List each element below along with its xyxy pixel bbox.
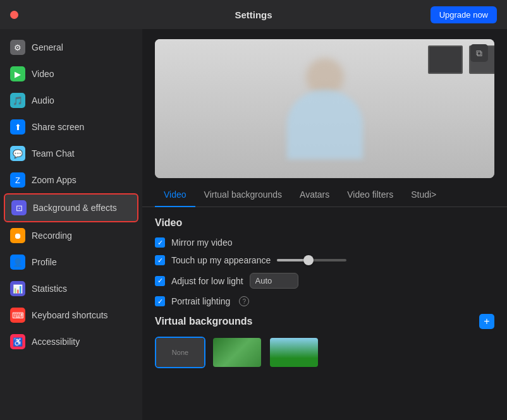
- virtual-backgrounds-thumbnails: None: [155, 337, 494, 368]
- profile-icon: 👤: [10, 255, 25, 270]
- check-icon-4: ✓: [157, 297, 163, 306]
- settings-panel: Video ✓ Mirror my video ✓ Touch up my ap…: [142, 207, 507, 420]
- virtual-backgrounds-header: Virtual backgrounds +: [155, 314, 494, 329]
- main-layout: ⚙General▶Video🎵Audio⬆Share screen💬Team C…: [0, 29, 507, 420]
- touchup-row: ✓ Touch up my appearance: [155, 255, 494, 265]
- touchup-slider[interactable]: [277, 259, 346, 261]
- portrait-lighting-label: Portrait lighting: [171, 296, 230, 306]
- touchup-label: Touch up my appearance: [171, 255, 271, 265]
- sidebar-item-audio[interactable]: 🎵Audio: [0, 87, 142, 114]
- mirror-video-row: ✓ Mirror my video: [155, 237, 494, 248]
- tab-virtual-backgrounds[interactable]: Virtual backgrounds: [195, 183, 291, 207]
- video-icon: ▶: [10, 66, 25, 81]
- sidebar-item-label-video: Video: [32, 69, 54, 79]
- lowlight-checkbox[interactable]: ✓: [155, 276, 165, 286]
- content-tabs: Video Virtual backgrounds Avatars Video …: [142, 183, 507, 207]
- vbg-thumb-none[interactable]: None: [155, 337, 205, 368]
- virtual-backgrounds-title: Virtual backgrounds: [155, 316, 252, 327]
- sidebar-item-label-statistics: Statistics: [32, 284, 67, 294]
- team-chat-icon: 💬: [10, 146, 25, 161]
- window-title: Settings: [235, 9, 272, 20]
- vbg-thumb-2-img: [270, 338, 318, 367]
- share-screen-icon: ⬆: [10, 119, 25, 135]
- recording-icon: ⏺: [10, 228, 25, 243]
- vbg-thumb-1-img: [213, 338, 261, 367]
- video-preview: ⧉: [155, 39, 494, 178]
- sidebar-item-accessibility[interactable]: ♿Accessibility: [0, 328, 142, 355]
- video-preview-inner: ⧉: [155, 39, 494, 178]
- close-button[interactable]: [10, 11, 18, 19]
- person-body: [287, 90, 363, 159]
- check-icon-2: ✓: [157, 256, 163, 265]
- vbg-thumb-2[interactable]: [269, 337, 319, 368]
- sidebar-item-general[interactable]: ⚙General: [0, 34, 142, 61]
- accessibility-icon: ♿: [10, 334, 25, 349]
- sidebar-item-statistics[interactable]: 📊Statistics: [0, 275, 142, 302]
- zoom-apps-icon: Z: [10, 172, 25, 188]
- lowlight-select-wrapper: Auto Manual Off: [250, 273, 298, 289]
- sidebar-item-zoom-apps[interactable]: ZZoom Apps: [0, 167, 142, 193]
- sidebar-item-recording[interactable]: ⏺Recording: [0, 222, 142, 249]
- portrait-help-icon[interactable]: ?: [239, 296, 249, 306]
- video-section-title: Video: [155, 217, 494, 229]
- sidebar-item-profile[interactable]: 👤Profile: [0, 249, 142, 275]
- audio-icon: 🎵: [10, 93, 25, 108]
- upgrade-button[interactable]: Upgrade now: [431, 6, 497, 23]
- vbg-thumb-1[interactable]: [212, 337, 262, 368]
- lowlight-label: Adjust for low light: [171, 276, 243, 286]
- picture-frame-1: [428, 45, 463, 74]
- sidebar-item-label-zoom-apps: Zoom Apps: [32, 175, 76, 185]
- sidebar-item-label-keyboard-shortcuts: Keyboard shortcuts: [32, 310, 108, 320]
- check-icon: ✓: [157, 239, 163, 247]
- sidebar: ⚙General▶Video🎵Audio⬆Share screen💬Team C…: [0, 29, 142, 420]
- window-controls: [10, 11, 18, 19]
- sidebar-item-label-accessibility: Accessibility: [32, 337, 80, 347]
- sidebar-item-share-screen[interactable]: ⬆Share screen: [0, 114, 142, 140]
- sidebar-item-keyboard-shortcuts[interactable]: ⌨Keyboard shortcuts: [0, 302, 142, 328]
- sidebar-item-label-team-chat: Team Chat: [32, 148, 75, 159]
- tab-video[interactable]: Video: [155, 183, 195, 207]
- tab-avatars[interactable]: Avatars: [291, 183, 338, 207]
- background-effects-icon: ⊡: [11, 200, 27, 215]
- mirror-video-label: Mirror my video: [171, 237, 232, 248]
- sidebar-item-label-share-screen: Share screen: [32, 122, 84, 132]
- tab-studio[interactable]: Studi>: [402, 183, 445, 207]
- touchup-checkbox[interactable]: ✓: [155, 255, 165, 265]
- person-silhouette: [287, 58, 363, 159]
- lowlight-select[interactable]: Auto Manual Off: [250, 273, 298, 289]
- add-virtual-background-button[interactable]: +: [479, 314, 494, 329]
- sidebar-item-label-profile: Profile: [32, 257, 57, 267]
- check-icon-3: ✓: [157, 277, 163, 285]
- tab-video-filters[interactable]: Video filters: [338, 183, 402, 207]
- mirror-video-checkbox[interactable]: ✓: [155, 237, 165, 248]
- keyboard-shortcuts-icon: ⌨: [10, 308, 25, 323]
- sidebar-item-background-effects[interactable]: ⊡Background & effects: [4, 193, 138, 222]
- fullscreen-icon[interactable]: ⧉: [470, 44, 488, 62]
- portrait-lighting-row: ✓ Portrait lighting ?: [155, 296, 494, 306]
- general-icon: ⚙: [10, 40, 25, 55]
- content-panel: ⧉ Video Virtual backgrounds Avatars Vide…: [142, 29, 507, 420]
- sidebar-item-label-audio: Audio: [32, 95, 54, 105]
- sidebar-item-video[interactable]: ▶Video: [0, 61, 142, 87]
- sidebar-item-label-recording: Recording: [32, 231, 72, 241]
- sidebar-item-team-chat[interactable]: 💬Team Chat: [0, 140, 142, 167]
- sidebar-item-label-background-effects: Background & effects: [33, 203, 117, 213]
- sidebar-item-label-general: General: [32, 42, 63, 52]
- lowlight-row: ✓ Adjust for low light Auto Manual Off: [155, 273, 494, 289]
- vbg-none-label: None: [156, 338, 204, 367]
- portrait-lighting-checkbox[interactable]: ✓: [155, 296, 165, 306]
- titlebar: Settings Upgrade now: [0, 0, 507, 29]
- slider-thumb[interactable]: [303, 255, 314, 265]
- statistics-icon: 📊: [10, 281, 25, 296]
